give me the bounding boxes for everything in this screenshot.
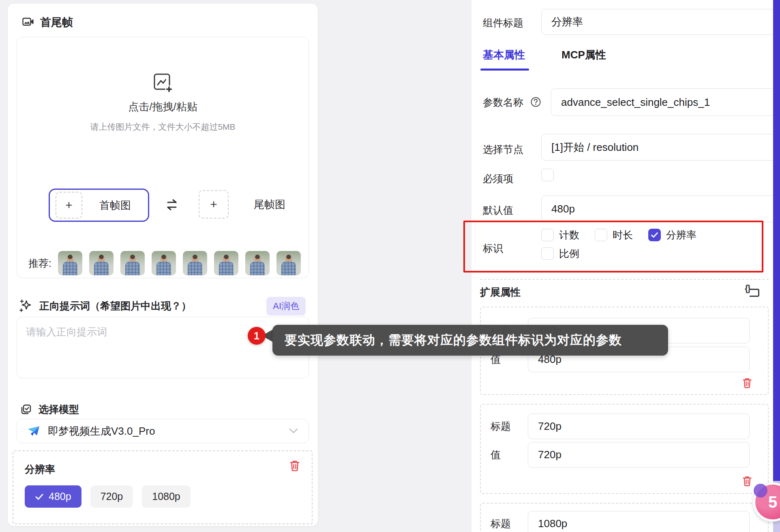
component-title-value: 分辨率: [551, 15, 583, 29]
annotation-tooltip: 要实现参数联动，需要将对应的参数组件标识为对应的参数: [272, 325, 668, 356]
ext-value-text: 720p: [538, 448, 561, 461]
flags-checkbox-group: 计数 时长 分辨率 比例: [541, 228, 728, 260]
portrait-thumbnail[interactable]: [89, 251, 114, 275]
first-last-frame-header: 首尾帧: [22, 15, 73, 30]
step-badge: 1: [248, 327, 266, 345]
checkbox-unchecked-icon[interactable]: [541, 247, 554, 260]
upload-main-text: 点击/拖拽/粘贴: [128, 100, 197, 114]
param-name-value: advance_select_single_chips_1: [561, 96, 710, 109]
checkbox-square-icon: [20, 403, 32, 416]
checkbox-unchecked-icon[interactable]: [595, 229, 607, 241]
param-name-input[interactable]: advance_select_single_chips_1: [551, 88, 780, 116]
image-upload-dropzone[interactable]: 点击/拖拽/粘贴 请上传图片文件，文件大小不超过5MB + 首帧图: [17, 37, 309, 278]
last-frame-label: 尾帧图: [254, 197, 285, 212]
portrait-thumbnail[interactable]: [152, 251, 176, 275]
required-label: 必须项: [483, 172, 513, 185]
ext-title-label: 标题: [491, 517, 528, 530]
resolution-chip-1080p[interactable]: 1080p: [142, 485, 191, 508]
default-value-label: 默认值: [483, 204, 513, 217]
portrait-thumbnail[interactable]: [214, 251, 238, 275]
flags-label: 标识: [483, 242, 503, 255]
resolution-widget-card: 分辨率 480p 720p: [13, 450, 313, 524]
add-first-frame-square[interactable]: +: [56, 192, 82, 219]
section-title: 首尾帧: [40, 15, 73, 30]
frame-config-panel: 首尾帧 点击/拖拽/粘贴 请上传图片文件，文件大小不超过5MB: [7, 3, 318, 526]
active-tab-underline: [480, 69, 529, 71]
scrollbar-thumb[interactable]: [773, 0, 780, 481]
tooltip-text: 要实现参数联动，需要将对应的参数组件标识为对应的参数: [285, 332, 622, 349]
chevron-down-icon: [288, 428, 299, 434]
resolution-chip-480p[interactable]: 480p: [25, 485, 81, 508]
recommend-row: 推荐:: [28, 251, 301, 275]
portrait-thumbnail[interactable]: [58, 251, 82, 275]
extended-item-1080p: 标题 1080p 值: [480, 503, 769, 532]
flag-count[interactable]: 计数: [541, 228, 579, 242]
trash-icon[interactable]: [742, 377, 752, 388]
tab-basic-properties[interactable]: 基本属性: [483, 48, 525, 62]
param-name-label: 参数名称: [483, 96, 541, 109]
add-last-frame-square[interactable]: +: [199, 190, 229, 219]
image-add-icon: [153, 73, 173, 92]
default-value-input[interactable]: 480p: [541, 195, 780, 222]
ext-title-value: 1080p: [538, 517, 567, 530]
default-value-text: 480p: [551, 203, 575, 215]
extended-item-720p: 标题 720p 值 720p: [480, 404, 769, 494]
tab-mcp-properties[interactable]: MCP属性: [561, 48, 606, 62]
model-select-dropdown[interactable]: 即梦视频生成V3.0_Pro: [17, 419, 309, 443]
ext-title-input[interactable]: 720p: [528, 414, 750, 439]
portrait-thumbnail[interactable]: [245, 251, 270, 275]
flag-ratio[interactable]: 比例: [541, 247, 728, 260]
plus-icon: +: [210, 197, 217, 211]
node-select-dropdown[interactable]: [1]开始 / resolution: [541, 134, 780, 161]
chip-label: 1080p: [152, 491, 180, 502]
checkbox-checked-icon[interactable]: [648, 229, 661, 241]
prompt-title: 正向提示词（希望图片中出现？）: [39, 299, 191, 313]
param-name-text: 参数名称: [483, 97, 523, 108]
trash-icon[interactable]: [742, 475, 752, 487]
flag-duration[interactable]: 时长: [595, 228, 633, 242]
model-selected-value: 即梦视频生成V3.0_Pro: [48, 424, 281, 438]
ai-polish-button[interactable]: AI润色: [266, 297, 306, 315]
prompt-placeholder: 请输入正向提示词: [26, 326, 107, 337]
required-checkbox[interactable]: [541, 169, 554, 181]
jimeng-logo-icon: [27, 425, 41, 437]
component-properties-panel: 组件标题 分辨率 基本属性 MCP属性 参数名称 advance_select_…: [471, 0, 773, 532]
page: 首尾帧 点击/拖拽/粘贴 请上传图片文件，文件大小不超过5MB: [0, 0, 780, 532]
help-question-icon[interactable]: [530, 97, 541, 107]
checkbox-unchecked-icon[interactable]: [541, 229, 554, 241]
portrait-thumbnail[interactable]: [183, 251, 207, 275]
chip-label: 480p: [49, 491, 71, 502]
swap-frames-icon[interactable]: [164, 197, 180, 213]
component-title-label: 组件标题: [483, 16, 523, 30]
first-frame-button[interactable]: + 首帧图: [49, 189, 149, 222]
resolution-chip-720p[interactable]: 720p: [90, 485, 133, 508]
positive-prompt-header: 正向提示词（希望图片中出现？） AI润色: [19, 298, 307, 313]
portrait-thumbnail[interactable]: [276, 251, 301, 275]
floating-badge-label: 5: [768, 493, 777, 511]
model-section-header: 选择模型: [20, 403, 79, 416]
trash-icon[interactable]: [289, 459, 300, 472]
portrait-thumbnail[interactable]: [120, 251, 145, 275]
resolution-chip-group: 480p 720p 1080p: [25, 485, 191, 508]
positive-prompt-textarea[interactable]: 请输入正向提示词: [17, 317, 309, 378]
ext-value-input[interactable]: 720p: [528, 442, 750, 468]
resolution-widget-title: 分辨率: [25, 463, 55, 476]
last-frame-button[interactable]: + 尾帧图: [199, 190, 285, 219]
first-frame-label: 首帧图: [82, 198, 148, 212]
section-divider: [480, 279, 769, 280]
ext-title-value: 720p: [538, 420, 561, 433]
chip-label: 720p: [101, 491, 123, 502]
node-select-value: [1]开始 / resolution: [551, 140, 639, 154]
code-braces-icon[interactable]: {}: [745, 284, 760, 298]
flag-label: 时长: [613, 228, 633, 242]
recommend-label: 推荐:: [28, 257, 51, 270]
ext-title-input[interactable]: 1080p: [528, 511, 750, 532]
recommend-thumbnails: [58, 251, 301, 275]
flag-label: 计数: [559, 228, 579, 242]
flag-resolution[interactable]: 分辨率: [648, 228, 696, 242]
frame-buttons-row: + 首帧图 + 尾帧图: [17, 189, 309, 222]
component-title-input[interactable]: 分辨率: [541, 9, 780, 35]
upload-hint-block: 点击/拖拽/粘贴 请上传图片文件，文件大小不超过5MB: [17, 73, 309, 133]
check-icon: [35, 493, 44, 500]
plus-icon: +: [65, 198, 73, 212]
